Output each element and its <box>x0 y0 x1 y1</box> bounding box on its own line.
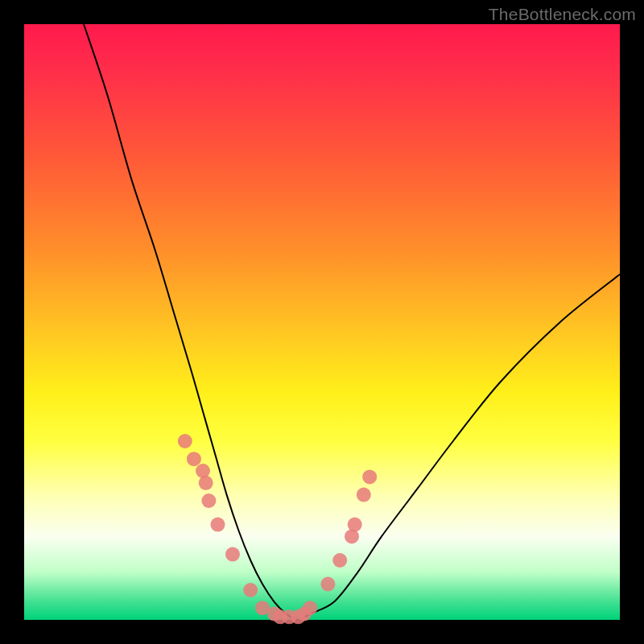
data-point <box>320 577 335 592</box>
watermark-text: TheBottleneck.com <box>489 5 636 24</box>
data-point <box>303 601 317 615</box>
data-point <box>199 476 213 490</box>
data-point <box>348 518 362 532</box>
data-point <box>211 518 225 532</box>
plot-area <box>24 24 620 620</box>
chart-svg <box>24 24 620 620</box>
highlighted-points <box>178 434 377 624</box>
data-point <box>178 434 192 448</box>
data-point <box>225 547 240 562</box>
data-point <box>243 583 258 597</box>
data-point <box>332 553 347 568</box>
data-point <box>201 493 216 508</box>
data-point <box>362 469 377 484</box>
data-point <box>187 452 201 466</box>
data-point <box>357 488 371 502</box>
